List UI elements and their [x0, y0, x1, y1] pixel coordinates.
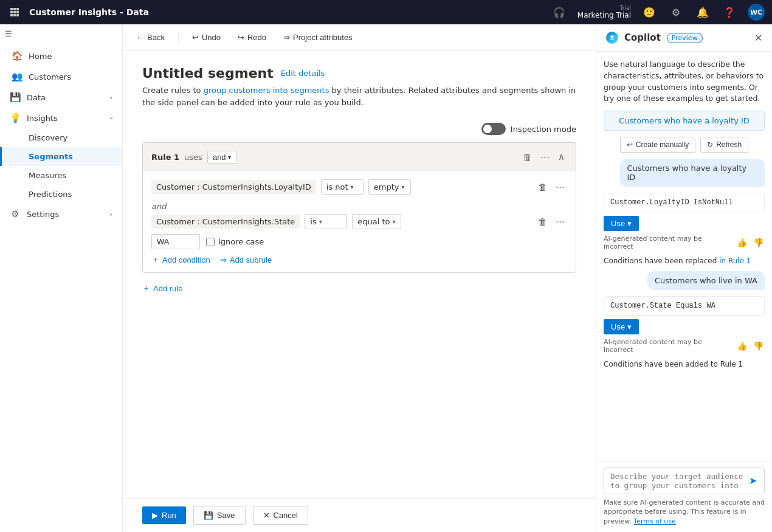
page-content: Untitled segment Edit details Create rul…	[123, 51, 596, 498]
sidebar-item-customers[interactable]: 👥 Customers	[0, 66, 122, 87]
undo-icon: ↩	[192, 33, 199, 42]
condition-2-delete-button[interactable]: 🗑	[536, 213, 550, 229]
condition-value-1[interactable]: empty ▾	[368, 179, 411, 195]
headset-icon[interactable]: 🎧	[551, 4, 568, 21]
page-title: Untitled segment	[142, 66, 274, 81]
rule-card: Rule 1 uses and ▾ 🗑 ⋯ ∧	[142, 142, 576, 273]
condition-field-1: Customer : CustomerInsights.LoyaltyID	[151, 180, 316, 194]
project-icon: ⇒	[283, 33, 290, 42]
rule-delete-button[interactable]: 🗑	[520, 150, 534, 165]
help-icon[interactable]: ❓	[721, 4, 738, 21]
condition-operator-1[interactable]: is not ▾	[321, 179, 364, 195]
condition-2-more-button[interactable]: ⋯	[553, 213, 567, 229]
copilot-body: Use natural language to describe the cha…	[596, 52, 772, 461]
condition-1-delete-button[interactable]: 🗑	[536, 179, 550, 195]
state-value-input[interactable]	[151, 234, 200, 249]
save-button[interactable]: 💾 Save	[193, 506, 246, 525]
inspection-label: Inspection mode	[511, 125, 576, 134]
copilot-footer: ➤ Make sure AI-generated content is accu…	[596, 461, 772, 532]
cancel-icon: ✕	[263, 511, 270, 520]
smiley-icon[interactable]: 🙂	[641, 4, 658, 21]
sidebar-item-insights[interactable]: 💡 Insights ›	[0, 108, 122, 128]
use-button-1[interactable]: Use ▾	[604, 216, 639, 231]
ignore-case-wrap: Ignore case	[206, 237, 264, 246]
create-manually-button[interactable]: ↩ Create manually	[620, 137, 695, 153]
edit-details-link[interactable]: Edit details	[281, 69, 325, 78]
code-block-1: Customer.LoyaltyID IsNotNull	[604, 193, 765, 212]
app-grid-icon[interactable]	[7, 5, 22, 19]
page-subtitle: Create rules to group customers into seg…	[142, 85, 576, 108]
copilot-title: Copilot	[624, 32, 661, 43]
svg-rect-6	[10, 14, 13, 16]
ignore-case-label: Ignore case	[218, 237, 264, 246]
sidebar-item-home[interactable]: 🏠 Home	[0, 46, 122, 66]
sidebar-item-predictions[interactable]: Predictions	[0, 185, 122, 204]
redo-button[interactable]: ↪ Redo	[234, 30, 270, 44]
value-2-chevron: ▾	[393, 218, 396, 225]
add-subrule-icon: ⇒	[220, 255, 227, 264]
send-button[interactable]: ➤	[748, 474, 758, 488]
bell-icon[interactable]: 🔔	[694, 4, 711, 21]
undo-button[interactable]: ↩ Undo	[188, 30, 224, 44]
sidebar-item-segments[interactable]: Segments	[0, 147, 122, 166]
ai-disclaimer-1: AI-generated content may be incorrect 👍 …	[604, 235, 765, 250]
add-rule-row: ＋ Add rule	[142, 283, 576, 294]
use-button-2[interactable]: Use ▾	[604, 319, 639, 334]
insights-icon: 💡	[10, 112, 21, 123]
condition-1-more-button[interactable]: ⋯	[553, 179, 567, 195]
sidebar-item-settings[interactable]: ⚙️ Settings ›	[0, 204, 122, 224]
sidebar-item-data[interactable]: 💾 Data ›	[0, 87, 122, 108]
app-title: Customer Insights - Data	[29, 7, 543, 17]
condition-operator-2[interactable]: is ▾	[305, 214, 347, 229]
project-attributes-button[interactable]: ⇒ Project attributes	[280, 30, 356, 44]
conditions-replaced-1: Conditions have been replaced in Rule 1	[604, 257, 765, 265]
add-condition-button[interactable]: ＋ Add condition	[151, 254, 210, 265]
svg-rect-1	[13, 8, 16, 10]
copilot-suggestion[interactable]: Customers who have a loyalty ID	[604, 111, 765, 131]
condition-value-2[interactable]: equal to ▾	[352, 214, 401, 229]
thumbs-down-2[interactable]: 👎	[752, 340, 765, 352]
svg-rect-4	[13, 11, 16, 13]
thumbs-up-2[interactable]: 👍	[736, 340, 748, 352]
ignore-case-checkbox[interactable]	[206, 238, 215, 246]
run-button[interactable]: ▶ Run	[142, 506, 186, 524]
add-subrule-button[interactable]: ⇒ Add subrule	[220, 255, 272, 264]
refresh-button[interactable]: ↻ Refresh	[700, 137, 748, 153]
inspection-row: Inspection mode	[142, 123, 576, 135]
rule-collapse-button[interactable]: ∧	[556, 149, 567, 165]
cancel-button[interactable]: ✕ Cancel	[253, 506, 308, 525]
settings-chevron: ›	[110, 210, 112, 218]
thumbs-down-1[interactable]: 👎	[752, 237, 765, 249]
copilot-input[interactable]	[610, 472, 744, 490]
avatar[interactable]: WC	[748, 4, 765, 21]
rule-body: Customer : CustomerInsights.LoyaltyID is…	[143, 171, 576, 272]
svg-rect-5	[16, 11, 19, 13]
terms-of-use-link[interactable]: Terms of use	[633, 517, 675, 525]
rule-operator-button[interactable]: and ▾	[207, 151, 236, 164]
main-layout: ☰ 🏠 Home 👥 Customers 💾 Data › 💡 Insights…	[0, 24, 772, 532]
sidebar-item-measures[interactable]: Measures	[0, 166, 122, 185]
page-title-row: Untitled segment Edit details	[142, 66, 576, 81]
add-rule-button[interactable]: ＋ Add rule	[142, 283, 182, 294]
condition-field-2: Customer : CustomerInsights.State	[151, 215, 300, 229]
condition-input-row: Ignore case	[151, 234, 567, 249]
back-button[interactable]: ← Back	[133, 30, 168, 44]
thumbs-up-1[interactable]: 👍	[736, 237, 748, 249]
sidebar-item-discovery[interactable]: Discovery	[0, 128, 122, 147]
settings-icon[interactable]: ⚙️	[667, 4, 684, 21]
chat-message-user-2: Customers who live in WA	[647, 271, 765, 290]
sidebar-nav: 🏠 Home 👥 Customers 💾 Data › 💡 Insights ›…	[0, 43, 122, 227]
inspection-toggle[interactable]	[481, 123, 506, 135]
insights-sub: Discovery Segments Measures Predictions	[0, 128, 122, 204]
refresh-icon: ↻	[707, 140, 713, 149]
condition-row-1: Customer : CustomerInsights.LoyaltyID is…	[151, 179, 567, 195]
copilot-result-1: Customer.LoyaltyID IsNotNull Use ▾ AI-ge…	[604, 193, 765, 250]
data-chevron: ›	[110, 94, 112, 102]
save-icon: 💾	[204, 511, 213, 520]
rule-more-button[interactable]: ⋯	[538, 149, 552, 165]
copilot-panel: Copilot Preview ✕ Use natural language t…	[596, 24, 772, 532]
topbar: Customer Insights - Data 🎧 Trial Marketi…	[0, 0, 772, 24]
copilot-actions: ↩ Create manually ↻ Refresh	[604, 137, 765, 153]
copilot-close-button[interactable]: ✕	[753, 31, 763, 45]
hamburger-menu[interactable]: ☰	[0, 24, 122, 43]
